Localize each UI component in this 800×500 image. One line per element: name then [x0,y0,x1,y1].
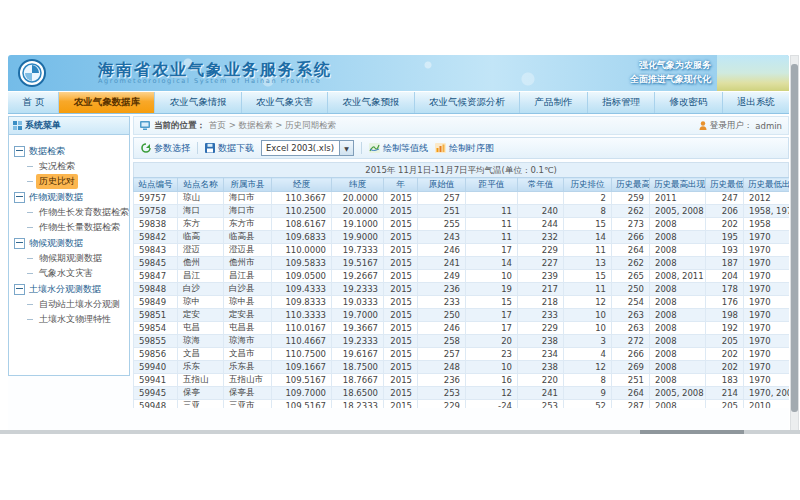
table-row[interactable]: 59848白沙白沙县109.433319.2333201523619217112… [134,283,790,296]
nav-item-0[interactable]: 首 页 [8,92,59,113]
tree-group-2[interactable]: 物候观测数据 [14,235,127,251]
table-row[interactable]: 59851定安定安县110.333319.7000201525017233102… [134,309,790,322]
cell: 19.9000 [332,231,384,244]
nav-item-7[interactable]: 指标管理 [588,92,655,113]
cell: 193 [706,244,744,257]
tree-item-1-0[interactable]: 作物生长发育数据检索 [27,205,127,220]
cell: 儋州市 [224,257,272,270]
cell: 2008 [650,309,706,322]
cell: 五指山 [178,374,224,387]
vertical-scrollbar-thumb[interactable] [791,64,798,412]
nav-item-3[interactable]: 农业气象灾害 [242,92,328,113]
cell: 文昌 [178,348,224,361]
table-row[interactable]: 59843澄迈澄迈县110.000019.7333201524617229112… [134,244,790,257]
tree-item-3-1[interactable]: 土壤水文物理特性 [27,312,127,327]
cell: 234 [518,348,564,361]
sidebar-box: 系统菜单 数据检索实况检索历史比对作物观测数据作物生长发育数据检索作物生长量数据… [8,116,130,376]
column-header-5: 年 [384,178,418,192]
cell: 14 [466,257,518,270]
tree-item-0-0[interactable]: 实况检索 [27,159,127,174]
cell: 19.2667 [332,270,384,283]
cell: 238 [518,361,564,374]
table-row[interactable]: 59849琼中琼中县109.833319.0333201523315218122… [134,296,790,309]
nav-item-6[interactable]: 产品制作 [520,92,587,113]
cell: 2015 [384,309,418,322]
table-row[interactable]: 59856文昌文昌市110.750019.6167201525723234426… [134,348,790,361]
cell: 1970, 2000 [744,387,790,400]
table-row[interactable]: 59847昌江昌江县109.050019.2667201524910239152… [134,270,790,283]
download-format-value: Excel 2003(.xls) [266,143,334,153]
collapse-icon[interactable] [14,284,25,295]
tree-item-2-1[interactable]: 气象水文灾害 [27,266,127,281]
cell: 59842 [134,231,178,244]
param-select-button[interactable]: 参数选择 [141,142,190,155]
nav-item-9[interactable]: 退出系统 [723,92,789,113]
cell: 12 [564,361,612,374]
table-row[interactable]: 59845儋州儋州市109.583319.5167201524114227132… [134,257,790,270]
cell: 2015 [384,283,418,296]
cell: 59856 [134,348,178,361]
table-row[interactable]: 59948三亚三亚市109.516718.23332015229-2425352… [134,400,790,409]
tree-item-2-0[interactable]: 物候期观测数据 [27,251,127,266]
cell: 2015 [384,231,418,244]
cell: 176 [706,296,744,309]
cell: 2015 [384,205,418,218]
vertical-scrollbar[interactable] [790,55,799,431]
tree-item-3-0[interactable]: 自动站土壤水分观测 [27,297,127,312]
table-row[interactable]: 59838东方东方市108.616719.1000201525511244152… [134,218,790,231]
table-row[interactable]: 59941五指山五指山市109.516718.76672015236162208… [134,374,790,387]
table-row[interactable]: 59855琼海琼海市110.466719.2333201525820238327… [134,335,790,348]
collapse-icon[interactable] [14,146,25,157]
data-download-button[interactable]: 数据下载 [205,142,254,155]
tree-item-label: 作物生长发育数据检索 [36,205,132,220]
cell: 265 [612,270,650,283]
table-row[interactable]: 59757琼山海口市110.366720.0000201525722592011… [134,192,790,205]
table-row[interactable]: 59945保亭保亭县109.700018.6500201525312241926… [134,387,790,400]
nav-item-4[interactable]: 农业气象预报 [328,92,414,113]
cell: 1970 [744,374,790,387]
cell: 19.5167 [332,257,384,270]
column-header-8: 常年值 [518,178,564,192]
table-row[interactable]: 59758海口海口市110.250020.0000201525111240826… [134,205,790,218]
cell: 2008 [650,361,706,374]
cell: 1970 [744,361,790,374]
tree-item-0-1[interactable]: 历史比对 [27,174,127,189]
collapse-icon[interactable] [14,238,25,249]
horizontal-scrollbar[interactable] [0,430,800,434]
draw-contour-button[interactable]: 绘制等值线 [369,142,428,155]
horizontal-scrollbar-thumb[interactable] [640,430,744,434]
cell: 19.2333 [332,283,384,296]
download-format-select[interactable]: Excel 2003(.xls) ▼ [261,140,354,156]
select-dropdown-arrow-icon[interactable]: ▼ [339,141,353,155]
nav-item-5[interactable]: 农业气候资源分析 [415,92,520,113]
cell: 109.5167 [272,374,332,387]
cell: 239 [518,270,564,283]
tree-item-1-1[interactable]: 作物生长量数据检索 [27,220,127,235]
tree-group-0[interactable]: 数据检索 [14,143,127,159]
cell: 236 [418,374,466,387]
nav-item-2[interactable]: 农业气象情报 [155,92,241,113]
nav-item-1[interactable]: 农业气象数据库 [59,92,155,113]
main-panel: 当前的位置： 首页 > 数据检索 > 历史同期检索 登录用户： admin [133,116,789,408]
cell: 233 [518,309,564,322]
cell: 108.6167 [272,218,332,231]
cell: 59948 [134,400,178,409]
tree-connector [27,227,33,228]
cell: 110.3667 [272,192,332,205]
tree-group-1[interactable]: 作物观测数据 [14,189,127,205]
table-row[interactable]: 59940乐东乐东县109.166718.7500201524810238122… [134,361,790,374]
tree-group-3[interactable]: 土壤水分观测数据 [14,281,127,297]
table-row[interactable]: 59842临高临高县109.683319.9000201524311232142… [134,231,790,244]
nav-item-8[interactable]: 修改密码 [655,92,722,113]
cell: 2012 [744,192,790,205]
cell: 202 [706,348,744,361]
cell: 18.7500 [332,361,384,374]
tree-item-label: 自动站土壤水分观测 [36,297,123,312]
collapse-icon[interactable] [14,192,25,203]
cell: 273 [612,218,650,231]
cell: 19.0333 [332,296,384,309]
draw-timeseries-button[interactable]: 绘制时序图 [435,142,494,155]
cell: 192 [706,322,744,335]
cell: 11 [564,283,612,296]
table-row[interactable]: 59854屯昌屯昌县110.016719.3667201524617229102… [134,322,790,335]
